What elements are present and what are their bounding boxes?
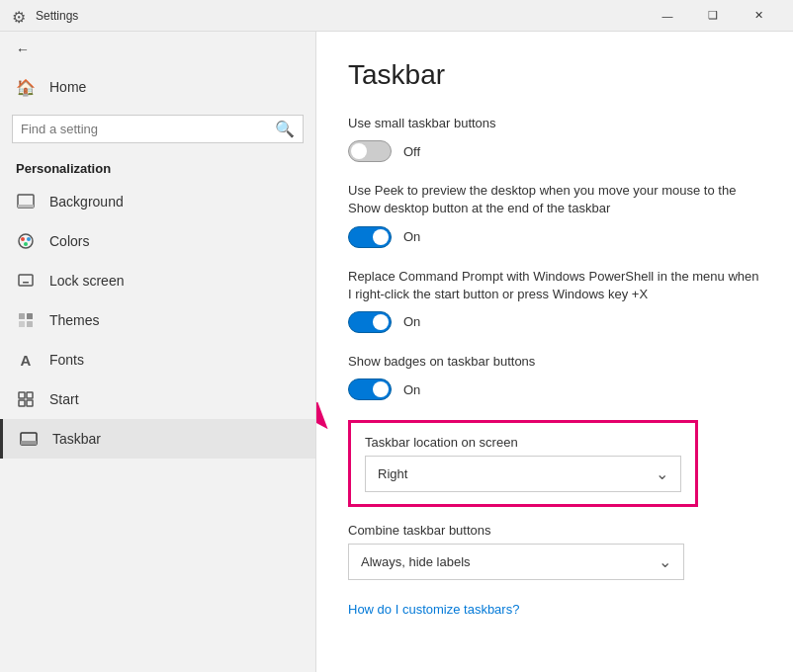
- settings-icon: ⚙: [12, 8, 28, 24]
- content-area: Taskbar Use small taskbar buttons Off Us…: [316, 32, 793, 672]
- back-icon: ←: [16, 42, 30, 57]
- svg-rect-9: [27, 313, 33, 319]
- sidebar-item-home[interactable]: 🏠 Home: [0, 67, 315, 107]
- sidebar-item-label: Lock screen: [49, 273, 124, 289]
- sidebar-item-label: Colors: [49, 233, 89, 249]
- sidebar-item-start[interactable]: Start: [0, 379, 315, 419]
- setting-label: Replace Command Prompt with Windows Powe…: [348, 268, 761, 303]
- close-button[interactable]: ✕: [736, 0, 781, 32]
- chevron-down-icon: ⌄: [659, 552, 671, 571]
- peek-toggle[interactable]: [348, 226, 392, 248]
- sidebar-item-background[interactable]: Background: [0, 182, 315, 221]
- setting-peek: Use Peek to preview the desktop when you…: [348, 182, 761, 247]
- svg-rect-10: [19, 321, 25, 327]
- themes-icon: [16, 310, 36, 330]
- search-input[interactable]: [21, 122, 269, 136]
- svg-rect-1: [18, 205, 34, 208]
- toggle-label: Off: [403, 144, 420, 159]
- title-bar: ⚙ Settings — ❑ ✕: [0, 0, 793, 32]
- location-dropdown-wrapper: Taskbar location on screen Right ⌄: [348, 420, 698, 507]
- background-icon: [16, 192, 36, 211]
- svg-point-5: [24, 242, 28, 246]
- combine-dropdown-value: Always, hide labels: [361, 554, 471, 569]
- toggle-label: On: [403, 314, 420, 329]
- sidebar-item-fonts[interactable]: A Fonts: [0, 340, 315, 379]
- sidebar-item-colors[interactable]: Colors: [0, 221, 315, 261]
- toggle-label: On: [403, 229, 420, 244]
- search-box[interactable]: 🔍: [12, 115, 304, 143]
- svg-rect-12: [19, 392, 25, 398]
- colors-icon: [16, 231, 36, 251]
- app-body: ← 🏠 Home 🔍 Personalization Background: [0, 32, 793, 672]
- svg-rect-6: [19, 275, 33, 286]
- svg-rect-7: [23, 282, 29, 284]
- sidebar-item-label: Background: [49, 194, 124, 210]
- search-icon: 🔍: [275, 120, 295, 138]
- setting-badges: Show badges on taskbar buttons On: [348, 353, 761, 400]
- sidebar-item-lock-screen[interactable]: Lock screen: [0, 261, 315, 300]
- combine-dropdown-label: Combine taskbar buttons: [348, 523, 761, 538]
- location-dropdown[interactable]: Right ⌄: [365, 456, 681, 492]
- svg-rect-14: [19, 400, 25, 406]
- customize-taskbars-link[interactable]: How do I customize taskbars?: [348, 602, 519, 617]
- restore-button[interactable]: ❑: [690, 0, 736, 32]
- svg-rect-8: [19, 313, 25, 319]
- powershell-toggle[interactable]: [348, 311, 392, 333]
- svg-rect-17: [21, 441, 37, 445]
- sidebar-item-label: Taskbar: [52, 431, 101, 447]
- link-area: How do I customize taskbars?: [348, 600, 761, 618]
- toggle-thumb: [373, 381, 389, 397]
- combine-dropdown-group: Combine taskbar buttons Always, hide lab…: [348, 523, 761, 580]
- minimize-button[interactable]: —: [645, 0, 690, 32]
- sidebar-item-taskbar[interactable]: Taskbar: [0, 419, 315, 459]
- setting-small-taskbar-buttons: Use small taskbar buttons Off: [348, 115, 761, 162]
- toggle-thumb: [373, 314, 389, 330]
- toggle-row: Off: [348, 140, 761, 162]
- svg-rect-11: [27, 321, 33, 327]
- sidebar-item-label: Fonts: [49, 352, 84, 368]
- chevron-down-icon: ⌄: [656, 464, 668, 483]
- home-icon: 🏠: [16, 77, 36, 97]
- taskbar-icon: [19, 429, 39, 449]
- home-label: Home: [49, 79, 86, 95]
- page-title: Taskbar: [348, 59, 761, 91]
- fonts-icon: A: [16, 350, 36, 370]
- sidebar-section-title: Personalization: [0, 151, 315, 182]
- svg-rect-15: [27, 400, 33, 406]
- toggle-row: On: [348, 378, 761, 400]
- svg-point-3: [21, 237, 25, 241]
- location-dropdown-label: Taskbar location on screen: [365, 435, 681, 450]
- svg-rect-13: [27, 392, 33, 398]
- back-button[interactable]: ←: [0, 32, 315, 67]
- title-bar-title: Settings: [36, 9, 645, 23]
- sidebar: ← 🏠 Home 🔍 Personalization Background: [0, 32, 316, 672]
- window-controls: — ❑ ✕: [645, 0, 781, 32]
- toggle-row: On: [348, 311, 761, 333]
- location-dropdown-value: Right: [378, 466, 407, 481]
- badges-toggle[interactable]: [348, 378, 392, 400]
- setting-powershell: Replace Command Prompt with Windows Powe…: [348, 268, 761, 333]
- arrow-svg: [316, 325, 348, 473]
- sidebar-item-themes[interactable]: Themes: [0, 300, 315, 340]
- setting-label: Use small taskbar buttons: [348, 115, 761, 132]
- toggle-row: On: [348, 226, 761, 248]
- toggle-label: On: [403, 382, 420, 397]
- setting-label: Show badges on taskbar buttons: [348, 353, 761, 371]
- lock-screen-icon: [16, 271, 36, 291]
- sidebar-item-label: Themes: [49, 312, 100, 328]
- setting-label: Use Peek to preview the desktop when you…: [348, 182, 761, 217]
- svg-point-4: [27, 237, 31, 241]
- small-buttons-toggle[interactable]: [348, 140, 392, 162]
- combine-dropdown[interactable]: Always, hide labels ⌄: [348, 544, 684, 580]
- toggle-thumb: [373, 229, 389, 245]
- start-icon: [16, 389, 36, 409]
- sidebar-item-label: Start: [49, 391, 79, 407]
